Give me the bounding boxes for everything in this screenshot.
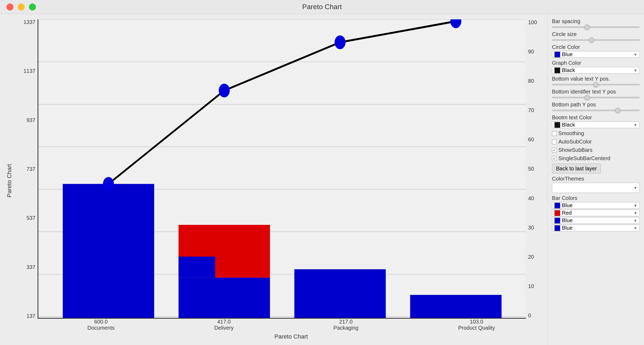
- auto-sub-color-checkbox[interactable]: [552, 139, 557, 144]
- chart-svg: [38, 19, 526, 318]
- show-sub-bars-checkbox[interactable]: ✓: [552, 148, 557, 153]
- x-label-documents: 600.0 Documents: [87, 319, 115, 331]
- back-to-last-layer-button[interactable]: Back to last layer: [552, 164, 601, 174]
- circle-size-thumb[interactable]: [589, 37, 594, 43]
- circle-delivery: [219, 84, 230, 97]
- y-ticks-left: 1337 1137 937 737 537 337 137: [16, 19, 38, 319]
- bar-color-1-swatch: [554, 203, 560, 209]
- right-y-tick-80: 80: [528, 78, 534, 84]
- color-themes-label: ColorThemes: [552, 176, 640, 182]
- circle-size-label: Circle size: [552, 31, 640, 37]
- circle-color-select[interactable]: Blue ▼: [552, 51, 640, 58]
- auto-sub-color-row[interactable]: AutoSubColor: [552, 139, 640, 145]
- right-y-tick-60: 60: [528, 136, 534, 143]
- color-themes-select[interactable]: ▼: [552, 183, 640, 193]
- y-tick-2: 937: [27, 117, 35, 123]
- x-axis-title: Pareto Chart: [16, 331, 545, 342]
- bottom-path-y-pos-thumb[interactable]: [615, 108, 620, 113]
- bar-color-2-chevron: ▼: [634, 211, 637, 215]
- bar-spacing-row: Bar spacing: [552, 18, 640, 29]
- bottom-id-text-y-pos-row: Bottom identifier text Y pos: [552, 89, 640, 99]
- smoothing-checkbox[interactable]: [552, 131, 557, 136]
- bar-color-4-select[interactable]: Blue ▼: [552, 225, 640, 231]
- x-name-packaging: Packaging: [333, 325, 358, 331]
- bottom-id-text-y-pos-slider[interactable]: [552, 97, 640, 98]
- chart-inner: 1337 1137 937 737 537 337 137: [16, 19, 545, 342]
- main-content: Pareto Chart 1337 1137 937 737 537 337 1…: [0, 14, 644, 345]
- maximize-button[interactable]: [29, 3, 36, 10]
- bottom-value-text-y-pos-label: Bottom value text Y pos.: [552, 76, 640, 82]
- bar-color-3-select[interactable]: Blue ▼: [552, 217, 640, 224]
- graph-color-swatch: [554, 67, 560, 73]
- bottom-path-y-pos-label: Bottom path Y pos: [552, 102, 640, 108]
- bottom-path-y-pos-row: Bottom path Y pos: [552, 102, 640, 112]
- circle-color-value: Blue: [562, 51, 573, 58]
- bottom-value-text-y-pos-row: Bottom value text Y pos.: [552, 76, 640, 87]
- right-y-tick-10: 10: [528, 283, 534, 289]
- y-tick-3: 737: [27, 166, 35, 172]
- bar-packaging: [294, 269, 386, 318]
- graph-color-label: Graph Color: [552, 60, 640, 66]
- bootm-text-color-select[interactable]: Black ▼: [552, 121, 640, 128]
- y-axis-label: Pareto Chart: [3, 19, 16, 342]
- color-themes-row: ColorThemes ▼: [552, 176, 640, 193]
- right-y-tick-40: 40: [528, 195, 534, 202]
- bar-color-1-chevron: ▼: [634, 203, 637, 208]
- bar-documents: [63, 184, 154, 318]
- x-axis-area: 600.0 Documents 417.0 Delivery 217.0 Pac…: [16, 319, 545, 331]
- graph-color-select[interactable]: Black ▼: [552, 67, 640, 74]
- bar-spacing-thumb[interactable]: [584, 24, 590, 30]
- circle-color-chevron: ▼: [634, 52, 637, 57]
- x-labels: 600.0 Documents 417.0 Delivery 217.0 Pac…: [38, 319, 545, 331]
- bar-color-2-select[interactable]: Red ▼: [552, 210, 640, 216]
- bar-product-quality: [410, 295, 502, 318]
- right-y-tick-70: 70: [528, 107, 534, 113]
- sidebar: Bar spacing Circle size Circle Color Blu…: [547, 14, 644, 345]
- bar-color-3-swatch: [554, 218, 560, 224]
- chart-canvas: [38, 19, 526, 319]
- bottom-id-text-y-pos-thumb[interactable]: [584, 95, 590, 100]
- y-ticks-right: 100 90 80 70 60 50 40 30 20 10 0: [526, 19, 545, 319]
- chart-area: Pareto Chart 1337 1137 937 737 537 337 1…: [0, 14, 547, 345]
- circle-documents: [103, 177, 114, 191]
- circle-color-label: Circle Color: [552, 44, 640, 50]
- single-sub-bar-centerd-checkbox[interactable]: ✓: [552, 156, 557, 161]
- bar-color-3-chevron: ▼: [634, 218, 637, 223]
- circle-size-slider[interactable]: [552, 39, 640, 41]
- bar-colors-label: Bar Colors: [552, 195, 640, 201]
- bar-color-4-value: Blue: [562, 225, 573, 231]
- bar-delivery-blue: [178, 278, 270, 318]
- bottom-value-text-y-pos-slider[interactable]: [552, 84, 640, 85]
- circle-size-row: Circle size: [552, 31, 640, 42]
- bottom-value-text-y-pos-thumb[interactable]: [593, 82, 599, 87]
- bootm-text-color-label: Bootm text Color: [552, 114, 640, 121]
- bar-spacing-label: Bar spacing: [552, 18, 640, 24]
- window-controls: [6, 3, 36, 10]
- minimize-button[interactable]: [18, 3, 25, 10]
- single-sub-bar-centerd-row[interactable]: ✓ SingleSubBarCenterd: [552, 155, 640, 161]
- right-y-tick-100: 100: [528, 19, 537, 26]
- show-sub-bars-row[interactable]: ✓ ShowSubBars: [552, 147, 640, 153]
- close-button[interactable]: [6, 3, 13, 10]
- bar-color-3-value: Blue: [562, 217, 573, 224]
- bottom-id-text-y-pos-label: Bottom identifier text Y pos: [552, 89, 640, 95]
- right-y-tick-50: 50: [528, 166, 534, 172]
- bootm-text-color-swatch: [554, 122, 560, 128]
- bar-color-4-chevron: ▼: [634, 226, 637, 230]
- bar-color-4-swatch: [554, 225, 560, 231]
- bar-color-2-value: Red: [562, 210, 572, 216]
- x-value-delivery: 417.0: [217, 319, 231, 325]
- circle-color-row: Circle Color Blue ▼: [552, 44, 640, 58]
- graph-color-value: Black: [562, 67, 575, 73]
- bar-color-1-select[interactable]: Blue ▼: [552, 202, 640, 209]
- bootm-text-color-row: Bootm text Color Black ▼: [552, 114, 640, 128]
- circle-color-swatch: [554, 52, 560, 58]
- bootm-text-color-value: Black: [562, 122, 575, 128]
- smoothing-row[interactable]: Smoothing: [552, 130, 640, 136]
- x-value-product-quality: 103.0: [470, 319, 483, 325]
- bar-spacing-slider[interactable]: [552, 26, 640, 28]
- bottom-path-y-pos-slider[interactable]: [552, 110, 640, 111]
- window-title: Pareto Chart: [302, 3, 342, 11]
- y-tick-0: 1337: [24, 19, 36, 25]
- bar-color-2-swatch: [554, 210, 560, 216]
